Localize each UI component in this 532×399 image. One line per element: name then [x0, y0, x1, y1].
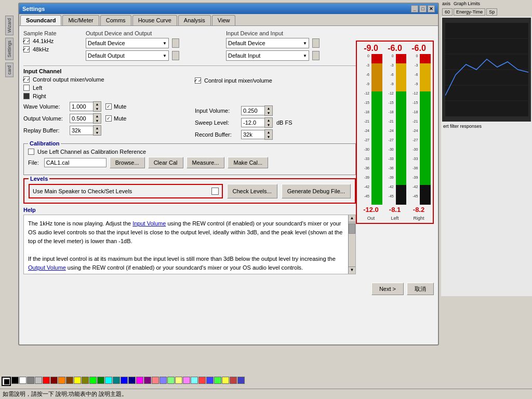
tab-housecurve[interactable]: House Curve [132, 15, 177, 25]
color-swatch[interactable] [58, 377, 65, 384]
calibration-file-input[interactable] [44, 158, 107, 167]
color-swatch[interactable] [167, 377, 175, 384]
generate-debug-button[interactable]: Generate Debug File... [282, 184, 351, 198]
tab-micmeter[interactable]: Mic/Meter [62, 15, 99, 25]
graph-tab-60[interactable]: 60 [442, 8, 453, 16]
check-levels-button[interactable]: Check Levels... [227, 184, 277, 198]
color-swatch[interactable] [105, 377, 112, 384]
color-swatch[interactable] [191, 377, 198, 384]
record-buffer-up[interactable]: ▲ [265, 130, 272, 135]
output-device-btn[interactable] [172, 38, 179, 48]
input-volume-up[interactable]: ▲ [265, 106, 272, 111]
wave-volume-input[interactable] [70, 102, 93, 111]
tab-comms[interactable]: Comms [100, 15, 131, 25]
record-buffer-input[interactable] [241, 130, 264, 139]
control-input-checkbox[interactable]: ✓ [195, 77, 201, 84]
control-output-checkbox[interactable]: ✓ [23, 76, 30, 83]
color-swatch[interactable] [82, 377, 89, 384]
maximize-button[interactable]: □ [419, 5, 427, 12]
browse-button[interactable]: Browse... [110, 157, 145, 168]
cancel-button[interactable]: 取消 [407, 283, 434, 295]
scrollbar-down-arrow[interactable]: ▼ [349, 267, 355, 274]
color-swatch[interactable] [198, 377, 206, 384]
color-swatch[interactable] [144, 377, 151, 384]
scrollbar-thumb[interactable] [349, 223, 355, 234]
input-input-dropdown[interactable]: Default Input ▼ [226, 50, 309, 61]
sidebar-item-wizard[interactable]: Wizard [5, 16, 14, 35]
output-volume-link[interactable]: Output Volume [28, 264, 66, 271]
color-swatch[interactable] [222, 377, 229, 384]
output-volume-input[interactable] [70, 114, 93, 123]
color-swatch[interactable] [230, 377, 237, 384]
graph-tab-sp[interactable]: Sp [486, 8, 497, 16]
color-swatch[interactable] [43, 377, 50, 384]
graph-tab-energy[interactable]: Energy-Time [454, 8, 485, 16]
make-cal-button[interactable]: Make Cal... [228, 157, 268, 168]
color-swatch[interactable] [237, 377, 245, 384]
sample-rate-441-checkbox[interactable]: ✓ [23, 38, 30, 44]
color-swatch[interactable] [74, 377, 81, 384]
tab-view[interactable]: View [212, 15, 236, 25]
color-swatch[interactable] [206, 377, 214, 384]
input-device-dropdown[interactable]: Default Device ▼ [226, 38, 309, 48]
color-swatch[interactable] [128, 377, 136, 384]
sidebar-item-settings[interactable]: Settings [5, 38, 14, 60]
input-device-btn[interactable] [312, 38, 320, 48]
wave-volume-down[interactable]: ▼ [94, 107, 101, 111]
help-scrollbar[interactable]: ▲ ▼ [348, 215, 355, 274]
color-bw-box[interactable] [2, 377, 11, 386]
minimize-button[interactable]: _ [411, 5, 418, 12]
input-volume-input[interactable] [241, 106, 264, 115]
measure-button[interactable]: Measure... [187, 157, 225, 168]
sample-rate-48-checkbox[interactable]: ✓ [23, 46, 30, 52]
scrollbar-up-arrow[interactable]: ▲ [349, 215, 355, 222]
right-channel-row: Right [23, 93, 184, 99]
output-output-dropdown[interactable]: Default Output ▼ [86, 50, 169, 61]
color-swatch[interactable] [89, 377, 97, 384]
use-left-channel-checkbox[interactable] [28, 149, 34, 155]
use-main-speaker-checkbox[interactable] [211, 188, 219, 195]
color-swatch[interactable] [27, 377, 34, 384]
color-swatch[interactable] [97, 377, 104, 384]
tab-analysis[interactable]: Analysis [178, 15, 211, 25]
color-swatch[interactable] [183, 377, 190, 384]
color-swatch[interactable] [11, 377, 19, 384]
color-swatch[interactable] [35, 377, 42, 384]
replay-buffer-up[interactable]: ▲ [94, 126, 101, 130]
color-swatch[interactable] [50, 377, 58, 384]
input-volume-link[interactable]: Input Volume [132, 220, 166, 227]
wave-volume-up[interactable]: ▲ [94, 102, 101, 107]
replay-buffer-down[interactable]: ▼ [94, 130, 101, 135]
color-swatch[interactable] [159, 377, 167, 384]
record-buffer-down[interactable]: ▼ [265, 135, 272, 139]
next-button[interactable]: Next > [371, 283, 404, 295]
wave-mute-checkbox[interactable] [105, 103, 112, 110]
color-swatch[interactable] [19, 377, 26, 384]
output-device-dropdown[interactable]: Default Device ▼ [86, 38, 169, 48]
sweep-level-down[interactable]: ▼ [265, 123, 272, 127]
sweep-level-up[interactable]: ▲ [265, 118, 272, 123]
replay-buffer-input[interactable] [70, 126, 93, 135]
output-mute-checkbox[interactable] [105, 115, 112, 122]
clear-cal-button[interactable]: Clear Cal [148, 157, 183, 168]
output-volume-down[interactable]: ▼ [94, 118, 101, 123]
tab-soundcard[interactable]: Soundcard [20, 15, 61, 25]
sidebar-item-card[interactable]: card [5, 63, 14, 77]
color-swatch[interactable] [175, 377, 182, 384]
left-channel-checkbox[interactable] [23, 85, 30, 91]
color-swatch[interactable] [136, 377, 143, 384]
color-swatch[interactable] [121, 377, 128, 384]
input-input-btn[interactable] [312, 51, 320, 60]
color-black-swatch[interactable] [4, 379, 9, 384]
replay-buffer-spinner: ▲ ▼ [70, 125, 101, 136]
output-output-btn[interactable] [172, 51, 179, 60]
color-swatch[interactable] [152, 377, 159, 384]
color-swatch[interactable] [113, 377, 120, 384]
color-swatch[interactable] [214, 377, 221, 384]
input-volume-down[interactable]: ▼ [265, 111, 272, 115]
sweep-level-input[interactable] [241, 118, 264, 127]
close-button[interactable]: ✕ [428, 5, 435, 12]
output-volume-up[interactable]: ▲ [94, 114, 101, 118]
color-swatch[interactable] [66, 377, 73, 384]
right-channel-checkbox[interactable] [23, 93, 30, 99]
